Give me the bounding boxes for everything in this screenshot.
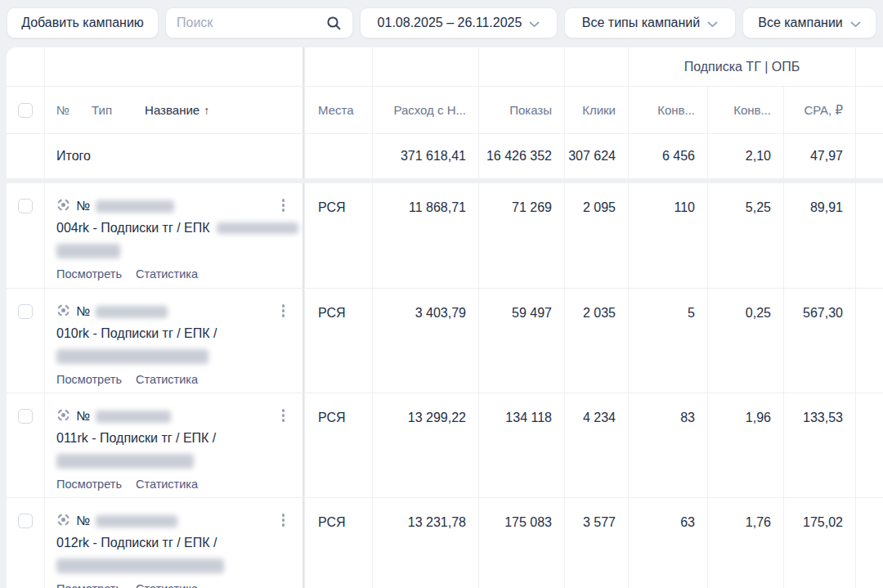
campaign-number-prefix: № xyxy=(76,304,90,319)
cell-impressions: 71 269 xyxy=(478,183,564,288)
date-range-value: 01.08.2025 – 26.11.2025 xyxy=(378,16,522,30)
campaign-name[interactable]: 011rk - Подписки тг / ЕПК / xyxy=(56,431,216,445)
cell-places: РСЯ xyxy=(304,393,372,497)
cell-cpa: 567,30 xyxy=(783,289,855,393)
cell-conversions-2: 0,25 xyxy=(707,289,783,393)
campaign-status-icon xyxy=(56,408,70,425)
select-all-checkbox[interactable] xyxy=(18,103,33,118)
cell-conversions-1: 63 xyxy=(628,498,707,588)
redacted-name-line xyxy=(56,559,224,573)
totals-row: Итого 371 618,41 16 426 352 307 624 6 45… xyxy=(7,133,883,178)
row-checkbox[interactable] xyxy=(18,199,33,213)
view-link[interactable]: Посмотреть xyxy=(56,582,122,588)
cell-impressions: 175 083 xyxy=(478,498,564,588)
campaign-type-filter[interactable]: Все типы кампаний xyxy=(564,7,736,38)
totals-cpa: 47,97 xyxy=(783,134,855,178)
redacted-campaign-number xyxy=(96,306,168,318)
redacted-campaign-number xyxy=(96,200,174,213)
campaign-status-icon xyxy=(56,513,70,530)
chevron-down-icon xyxy=(707,16,718,31)
campaign-row: № 011rk - Подписки тг / ЕПК / Посмотреть… xyxy=(7,393,883,497)
cell-conversions-2: 1,76 xyxy=(707,498,783,588)
chevron-down-icon xyxy=(850,16,861,31)
row-checkbox[interactable] xyxy=(18,304,33,319)
search-input[interactable] xyxy=(177,16,307,30)
campaign-status-icon xyxy=(56,303,70,321)
search-icon xyxy=(326,16,342,31)
column-header-places: Места xyxy=(318,103,354,117)
totals-conversions-1: 6 456 xyxy=(628,134,707,178)
column-header-name-sort[interactable]: Название↑ xyxy=(145,103,209,117)
campaign-type-filter-value: Все типы кампаний xyxy=(582,16,700,30)
cell-cpa: 175,02 xyxy=(783,498,855,588)
statistics-link[interactable]: Статистика xyxy=(136,478,198,491)
chevron-down-icon xyxy=(529,16,540,31)
cell-clicks: 4 234 xyxy=(564,393,628,497)
totals-conversions-2: 2,10 xyxy=(707,134,783,178)
sort-ascending-icon: ↑ xyxy=(204,104,209,117)
campaign-number-prefix: № xyxy=(76,409,90,424)
row-checkbox[interactable] xyxy=(18,514,33,528)
cell-clicks: 3 577 xyxy=(564,498,628,588)
cell-spend: 13 231,78 xyxy=(372,498,478,588)
cell-spend: 13 299,22 xyxy=(372,393,478,497)
redacted-name-line xyxy=(56,349,208,364)
cell-impressions: 59 497 xyxy=(478,289,564,393)
view-link[interactable]: Посмотреть xyxy=(56,478,122,491)
column-header-cpa: CPA, ₽ xyxy=(804,103,843,118)
date-range-picker[interactable]: 01.08.2025 – 26.11.2025 xyxy=(360,7,558,38)
redacted-name-line xyxy=(56,244,120,258)
table-header-row: № Тип Название↑ Места Расход с Н... Пока… xyxy=(7,86,883,133)
search-box[interactable] xyxy=(165,7,353,38)
redacted-campaign-number xyxy=(96,515,177,527)
row-menu-button[interactable] xyxy=(280,511,288,529)
totals-impressions: 16 426 352 xyxy=(478,134,564,178)
campaign-number-prefix: № xyxy=(76,514,90,528)
cell-conversions-1: 83 xyxy=(628,393,707,497)
row-menu-button[interactable] xyxy=(280,196,288,214)
add-campaign-button[interactable]: Добавить кампанию xyxy=(7,7,159,38)
cell-places: РСЯ xyxy=(304,498,372,588)
row-checkbox[interactable] xyxy=(18,409,33,424)
statistics-link[interactable]: Статистика xyxy=(136,582,198,588)
cell-conversions-2: 5,25 xyxy=(707,183,783,288)
campaign-name[interactable]: 004rk - Подписки тг / ЕПК xyxy=(56,221,210,235)
campaigns-filter[interactable]: Все кампании xyxy=(742,7,876,38)
column-header-conversions-2: Конв... xyxy=(733,103,771,117)
redacted-name-part xyxy=(217,222,298,234)
cell-conversions-1: 5 xyxy=(628,289,707,393)
cell-clicks: 2 095 xyxy=(564,183,628,288)
cell-impressions: 134 118 xyxy=(478,393,564,497)
campaign-row: № 010rk - Подписки тг / ЕПК / Посмотреть… xyxy=(7,288,883,393)
column-header-type: Тип xyxy=(92,103,112,117)
totals-clicks: 307 624 xyxy=(564,134,628,178)
view-link[interactable]: Посмотреть xyxy=(56,267,122,281)
campaign-row: № 012rk - Подписки тг / ЕПК / Посмотреть… xyxy=(7,497,883,588)
column-header-conversions-1: Конв... xyxy=(657,103,695,117)
goal-group-header: Подписка ТГ | ОПБ xyxy=(628,47,855,86)
statistics-link[interactable]: Статистика xyxy=(136,373,198,386)
campaigns-filter-value: Все кампании xyxy=(758,16,843,30)
cell-places: РСЯ xyxy=(304,183,372,288)
cell-clicks: 2 035 xyxy=(564,289,628,393)
campaigns-table: Подписка ТГ | ОПБ № Тип Название↑ Места … xyxy=(7,47,883,588)
totals-spend: 371 618,41 xyxy=(372,134,478,178)
totals-label: Итого xyxy=(44,134,303,178)
campaign-row: № 004rk - Подписки тг / ЕПК Посмотреть С… xyxy=(7,183,883,288)
column-header-spend: Расход с Н... xyxy=(393,103,466,117)
cell-spend: 3 403,79 xyxy=(372,289,478,393)
cell-cpa: 89,91 xyxy=(783,183,855,288)
campaign-status-icon xyxy=(56,198,70,215)
table-group-header-row: Подписка ТГ | ОПБ xyxy=(7,47,883,86)
cell-places: РСЯ xyxy=(304,289,372,393)
campaign-name[interactable]: 010rk - Подписки тг / ЕПК / xyxy=(56,326,217,340)
cell-conversions-1: 110 xyxy=(628,183,707,288)
redacted-name-line xyxy=(56,454,194,469)
column-header-impressions: Показы xyxy=(509,103,552,117)
campaign-name[interactable]: 012rk - Подписки тг / ЕПК / xyxy=(56,536,217,550)
row-menu-button[interactable] xyxy=(280,302,288,320)
statistics-link[interactable]: Статистика xyxy=(136,267,198,281)
row-menu-button[interactable] xyxy=(280,406,288,424)
view-link[interactable]: Посмотреть xyxy=(56,373,122,386)
campaign-number-prefix: № xyxy=(76,199,90,213)
